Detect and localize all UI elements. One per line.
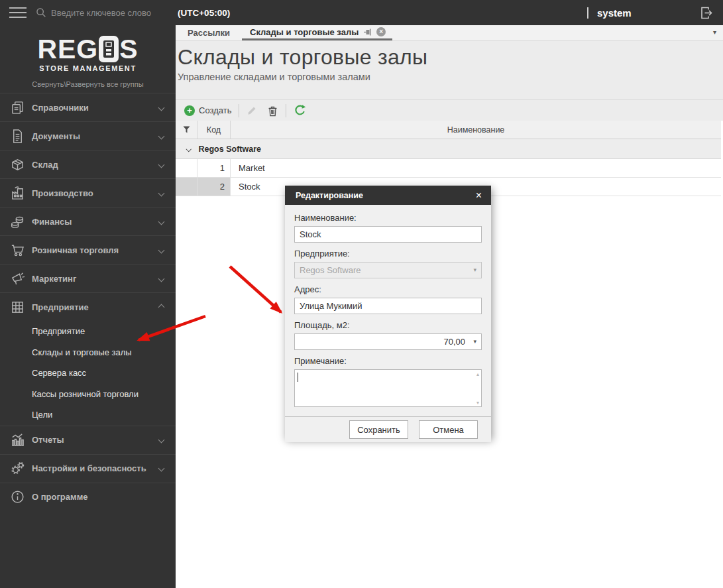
dialog-title-bar[interactable]: Редактирование ×	[285, 186, 491, 205]
text-cursor	[298, 373, 298, 382]
edit-dialog: Редактирование × Наименование: Предприят…	[285, 186, 491, 438]
chevron-down-icon	[158, 161, 165, 168]
table-group-row[interactable]: Regos Software	[176, 139, 721, 159]
tab-sklady-i-torgovye-zaly[interactable]: Склады и торговые залы ×	[242, 25, 392, 40]
hamburger-menu-icon[interactable]	[9, 4, 27, 21]
sidebar-item-predpriyatie[interactable]: Предприятие	[0, 292, 176, 321]
info-icon	[10, 489, 25, 504]
pencil-icon	[247, 105, 258, 116]
top-bar-left	[0, 0, 176, 25]
sidebar-item-dokumenty[interactable]: Документы	[0, 121, 176, 150]
sidebar: REG S STORE MANAGEMENT Свернуть\Разверну…	[0, 25, 176, 588]
page-title: Склады и торговые залы	[178, 41, 723, 70]
sidebar-item-spravochniki[interactable]: Справочники	[0, 93, 176, 121]
cart-icon	[10, 243, 25, 258]
name-label: Наименование:	[294, 213, 482, 223]
scroll-down-icon[interactable]: ▾	[476, 400, 479, 406]
page-subtitle: Управление складами и торговыми залами	[178, 72, 723, 82]
chevron-down-icon[interactable]: ▾	[473, 338, 476, 345]
pin-icon[interactable]	[363, 28, 372, 36]
sidebar-item-finansy[interactable]: Финансы	[0, 207, 176, 235]
name-field[interactable]	[294, 226, 482, 243]
sidebar-item-proizvodstvo[interactable]: Производство	[0, 178, 176, 207]
column-header-code[interactable]: Код	[197, 121, 231, 139]
warehouse-table: Код Наименование Regos Software 1 Market…	[176, 121, 721, 196]
chevron-down-icon	[158, 190, 165, 196]
user-block: system	[587, 0, 632, 25]
toolbar: + Создать	[176, 99, 723, 121]
cell-code: 2	[197, 178, 231, 196]
scroll-up-icon[interactable]: ▴	[476, 371, 479, 377]
page-header: Склады и торговые залы Управление склада…	[176, 41, 723, 99]
note-wrap: ▴ ▾	[294, 369, 482, 410]
close-icon[interactable]: ×	[476, 190, 482, 202]
submenu-item-sklady-i-torgovye-zaly[interactable]: Склады и торговые залы	[0, 342, 176, 363]
chevron-down-icon	[186, 147, 192, 152]
table-row[interactable]: 1 Market	[176, 159, 721, 178]
enterprise-select: Regos Software ▾	[294, 262, 482, 278]
cancel-button[interactable]: Отмена	[419, 420, 478, 439]
cell-code: 1	[197, 159, 231, 177]
create-button[interactable]: + Создать	[184, 105, 231, 116]
sidebar-item-nastroyki-i-bezopasnost[interactable]: Настройки и безопасность	[0, 454, 176, 483]
logo-text-right: S	[119, 34, 138, 64]
search-icon	[35, 7, 47, 19]
address-field[interactable]	[294, 298, 482, 314]
box-icon	[10, 157, 25, 172]
chart-icon	[10, 432, 25, 447]
top-bar: (UTC+05:00) system	[0, 0, 723, 25]
logo-text-left: REG	[37, 34, 98, 64]
sidebar-item-sklad[interactable]: Склад	[0, 150, 176, 178]
toolbar-divider	[239, 104, 239, 117]
tab-list-chevron-icon[interactable]: ▾	[713, 29, 716, 36]
refresh-button[interactable]	[294, 104, 306, 117]
catalog-icon	[10, 100, 25, 115]
chevron-up-icon	[158, 304, 165, 310]
filter-button[interactable]	[176, 121, 197, 139]
tab-rassylki[interactable]: Рассылки	[176, 25, 242, 40]
building-icon	[10, 300, 25, 315]
search-input[interactable]	[51, 8, 160, 18]
submenu-item-predpriyatie[interactable]: Предприятие	[0, 321, 176, 342]
chevron-down-icon: ▾	[473, 263, 476, 278]
sidebar-item-o-programme[interactable]: О программе	[0, 483, 176, 511]
chevron-down-icon	[158, 465, 165, 472]
area-combo: ▾	[294, 333, 482, 350]
enterprise-label: Предприятие:	[294, 249, 482, 259]
collapse-groups-link[interactable]: Свернуть\Развернуть все группы	[0, 80, 176, 88]
chevron-down-icon	[158, 133, 165, 139]
dialog-title: Редактирование	[296, 191, 476, 200]
refresh-icon	[294, 104, 306, 117]
area-field[interactable]	[294, 333, 482, 350]
chevron-down-icon	[158, 218, 165, 225]
toolbar-divider	[286, 104, 286, 117]
megaphone-icon	[10, 271, 25, 286]
trash-icon	[267, 105, 278, 117]
save-button[interactable]: Сохранить	[349, 420, 408, 439]
chevron-down-icon	[158, 437, 165, 443]
logo-register-icon	[99, 36, 119, 62]
cell-name: Market	[231, 159, 721, 177]
document-icon	[10, 129, 25, 144]
tab-close-icon[interactable]: ×	[376, 27, 386, 36]
sidebar-item-otchety[interactable]: Отчеты	[0, 426, 176, 454]
sidebar-item-roznichnaya-torgovlya[interactable]: Розничная торговля	[0, 235, 176, 264]
address-label: Адрес:	[294, 284, 482, 294]
username-label: system	[597, 7, 632, 19]
column-header-name[interactable]: Наименование	[231, 121, 721, 139]
plus-icon: +	[184, 105, 195, 116]
submenu-item-kassy-roznichnoy-torgovli[interactable]: Кассы розничной торговли	[0, 384, 176, 405]
gears-icon	[10, 461, 25, 476]
submenu-item-tseli[interactable]: Цели	[0, 404, 176, 426]
logout-icon[interactable]	[699, 5, 714, 21]
edit-button[interactable]	[247, 105, 258, 116]
delete-button[interactable]	[267, 105, 278, 117]
timezone-label: (UTC+05:00)	[178, 0, 230, 25]
sidebar-item-marketing[interactable]: Маркетинг	[0, 264, 176, 292]
submenu-item-servera-kass[interactable]: Сервера касс	[0, 363, 176, 384]
tab-strip: Рассылки Склады и торговые залы × ▾	[176, 25, 723, 41]
chevron-down-icon	[158, 275, 165, 282]
note-field[interactable]	[294, 369, 482, 407]
area-label: Площадь, м2:	[294, 320, 482, 330]
coins-icon	[10, 214, 25, 229]
